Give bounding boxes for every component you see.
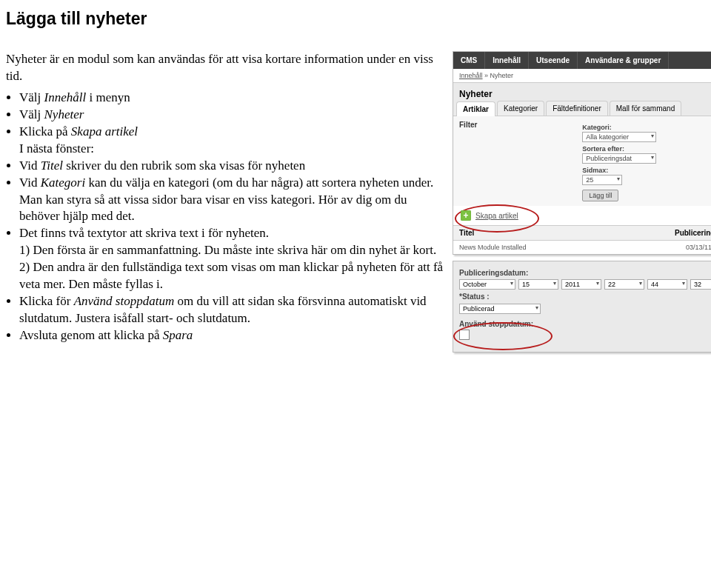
pubdate-label: Publiceringsdatum:	[459, 269, 711, 277]
nav-innehall[interactable]: Innehåll	[485, 52, 529, 69]
nav-users[interactable]: Användare & grupper	[578, 52, 669, 69]
table-row[interactable]: News Module Installed 03/13/11 09:47	[453, 241, 711, 254]
list-item: Det finns två textytor att skriva text i…	[19, 225, 447, 293]
nav-utseende[interactable]: Utseende	[529, 52, 578, 69]
page-title: Lägga till nyheter	[6, 9, 705, 29]
plus-icon: +	[461, 210, 471, 221]
sort-select[interactable]: Publiceringsdat	[582, 153, 656, 164]
kategori-select[interactable]: Alla kategorier	[582, 132, 656, 142]
list-item: Välj Innehåll i menyn	[19, 90, 447, 107]
year-select[interactable]: 2011	[561, 279, 601, 290]
skapa-artikel-row: + Skapa artikel	[453, 206, 711, 225]
row-date: 03/13/11 09:47	[686, 244, 711, 251]
breadcrumb: Innehåll » Nyheter	[453, 69, 711, 83]
list-item: Vid Kategori kan du välja en kategori (o…	[19, 175, 447, 226]
row-title: News Module Installed	[459, 244, 686, 251]
nav-cms[interactable]: CMS	[453, 52, 485, 69]
list-item: Avsluta genom att klicka på Spara	[19, 327, 447, 344]
cms-screenshot-top: CMS Innehåll Utseende Användare & gruppe…	[453, 51, 711, 255]
tab-bar: Artiklar Kategorier Fältdefinitioner Mal…	[453, 101, 711, 116]
text-column: Nyheter är en modul som kan användas för…	[6, 51, 453, 344]
stopdate-checkbox[interactable]	[459, 330, 470, 340]
kategori-label: Kategori:	[582, 124, 711, 131]
skapa-artikel-link[interactable]: Skapa artikel	[475, 212, 518, 220]
instruction-list: Välj Innehåll i menyn Välj Nyheter Klick…	[6, 90, 447, 344]
tab-kategorier[interactable]: Kategorier	[497, 101, 544, 116]
minute-select[interactable]: 44	[647, 279, 687, 290]
list-item: Klicka för Använd stoppdatum om du vill …	[19, 293, 447, 327]
th-titel: Titel	[459, 229, 675, 237]
intro-paragraph: Nyheter är en modul som kan användas för…	[6, 51, 447, 85]
tab-artiklar[interactable]: Artiklar	[456, 101, 495, 116]
lagg-till-button[interactable]: Lägg till	[582, 190, 618, 201]
sidmax-select[interactable]: 25	[582, 175, 622, 185]
cms-screenshot-bottom: Publiceringsdatum: October 15 2011 22 44…	[453, 261, 711, 353]
section-title: Nyheter	[453, 83, 711, 101]
table-header: Titel Publiceringsdat	[453, 225, 711, 241]
second-select[interactable]: 32	[690, 279, 711, 290]
list-item: Klicka på Skapa artikel I nästa fönster:	[19, 124, 447, 158]
status-label: *Status :	[459, 293, 711, 301]
th-pubdate: Publiceringsdat	[675, 229, 711, 237]
cms-nav: CMS Innehåll Utseende Användare & gruppe…	[453, 52, 711, 69]
hour-select[interactable]: 22	[604, 279, 644, 290]
filter-label: Filter	[459, 121, 582, 129]
crumb-innehall[interactable]: Innehåll	[459, 72, 483, 79]
month-select[interactable]: October	[459, 279, 515, 290]
stopdate-label: Använd stoppdatum:	[459, 320, 711, 328]
list-item: Välj Nyheter	[19, 107, 447, 124]
tab-mall[interactable]: Mall för sammand	[610, 101, 681, 116]
sort-label: Sortera efter:	[582, 145, 711, 153]
day-select[interactable]: 15	[518, 279, 558, 290]
screenshot-column: CMS Innehåll Utseende Användare & gruppe…	[453, 51, 711, 358]
sidmax-label: Sidmax:	[582, 167, 711, 174]
list-item: Vid Titel skriver du den rubrik som ska …	[19, 158, 447, 175]
status-select[interactable]: Publicerad	[459, 304, 541, 314]
tab-faltdef[interactable]: Fältdefinitioner	[546, 101, 608, 116]
